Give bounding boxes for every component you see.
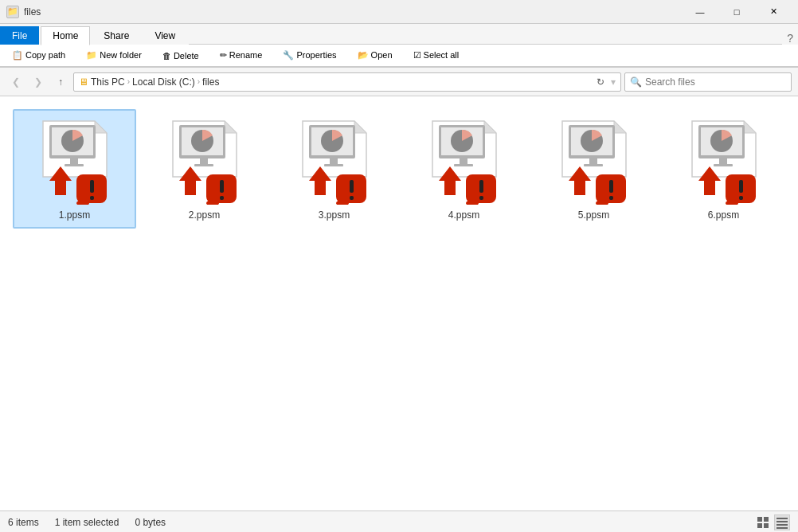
svg-rect-79: [776, 527, 788, 529]
svg-rect-75: [764, 523, 769, 528]
ppsm-icon: [287, 117, 382, 205]
details-view[interactable]: [774, 514, 790, 530]
ppsm-icon: [157, 117, 252, 205]
svg-marker-13: [225, 121, 237, 133]
ribbon-select-all[interactable]: ☑ Select all: [408, 48, 465, 63]
file-name: 4.ppsm: [448, 209, 479, 221]
breadcrumb-pc: This PC: [91, 76, 125, 88]
forward-button[interactable]: ❯: [29, 72, 48, 92]
breadcrumb-drive: Local Disk (C:): [132, 76, 195, 88]
ribbon-copy-path[interactable]: 📋 Copy path: [6, 48, 71, 63]
ribbon-open[interactable]: 📂 Open: [352, 48, 398, 63]
tab-view[interactable]: View: [143, 26, 187, 45]
tab-file[interactable]: File: [0, 26, 39, 45]
svg-rect-4: [70, 158, 78, 165]
tab-share[interactable]: Share: [92, 26, 141, 45]
refresh-button[interactable]: ↻: [597, 76, 604, 88]
svg-rect-72: [757, 517, 762, 522]
ppsm-icon: [676, 117, 772, 205]
svg-rect-76: [776, 518, 788, 519]
address-bar[interactable]: 🖥 This PC › Local Disk (C:) › files ↻ ▾: [73, 72, 621, 92]
svg-rect-74: [757, 523, 762, 528]
size-info: 0 bytes: [135, 517, 166, 528]
back-button[interactable]: ❮: [6, 72, 25, 92]
up-button[interactable]: ↑: [51, 72, 70, 92]
file-item[interactable]: 3.ppsm: [272, 109, 396, 229]
search-icon: 🔍: [630, 76, 642, 88]
ribbon: File Home Share View ? 📋 Copy path 📁 New…: [0, 24, 798, 68]
svg-rect-16: [200, 158, 208, 165]
navigation-bar: ❮ ❯ ↑ 🖥 This PC › Local Disk (C:) › file…: [0, 68, 798, 96]
svg-rect-35: [350, 196, 354, 200]
item-count: 6 items: [8, 517, 39, 528]
svg-rect-17: [194, 164, 213, 166]
file-item[interactable]: 6.ppsm: [662, 109, 785, 229]
ribbon-rename[interactable]: ✏ Rename: [214, 48, 268, 63]
svg-rect-46: [479, 180, 483, 193]
svg-rect-23: [220, 196, 224, 200]
file-item[interactable]: 4.ppsm: [402, 109, 526, 229]
minimize-button[interactable]: —: [682, 0, 718, 24]
svg-rect-73: [764, 517, 769, 522]
file-name: 6.ppsm: [708, 209, 739, 221]
svg-rect-47: [479, 196, 483, 200]
search-input[interactable]: [645, 76, 786, 88]
maximize-button[interactable]: □: [718, 0, 755, 24]
file-item[interactable]: 2.ppsm: [143, 109, 266, 229]
status-bar: 6 items 1 item selected 0 bytes: [0, 510, 798, 532]
title-bar: 📁 files — □ ✕: [0, 0, 798, 24]
svg-rect-11: [90, 196, 94, 200]
svg-marker-25: [354, 121, 366, 133]
large-icons-view[interactable]: [755, 514, 771, 530]
svg-rect-53: [584, 164, 603, 166]
search-bar[interactable]: 🔍: [624, 72, 792, 92]
help-button[interactable]: ?: [782, 32, 798, 45]
ppsm-icon: [546, 117, 642, 205]
svg-rect-65: [714, 164, 733, 166]
svg-rect-5: [65, 164, 84, 166]
selected-info: 1 item selected: [55, 517, 119, 528]
ppsm-icon: [27, 117, 123, 205]
pc-icon: 🖥: [79, 76, 88, 88]
ribbon-properties[interactable]: 🔧 Properties: [277, 48, 342, 63]
svg-rect-40: [460, 158, 467, 165]
svg-marker-1: [95, 121, 107, 133]
svg-marker-37: [484, 121, 496, 133]
svg-rect-59: [609, 196, 613, 200]
ribbon-delete[interactable]: 🗑 Delete: [157, 49, 205, 63]
tab-home[interactable]: Home: [41, 26, 90, 45]
svg-rect-58: [609, 180, 613, 193]
svg-marker-61: [744, 121, 756, 133]
app-icon: 📁: [6, 6, 19, 18]
file-name: 5.ppsm: [578, 209, 609, 221]
file-name: 2.ppsm: [189, 209, 220, 221]
title-text: files: [24, 6, 41, 18]
svg-rect-71: [739, 196, 743, 200]
file-name: 3.ppsm: [319, 209, 350, 221]
svg-rect-64: [719, 158, 727, 165]
svg-rect-34: [350, 180, 354, 193]
svg-rect-78: [776, 524, 788, 526]
ribbon-new-folder[interactable]: 📁 New folder: [80, 48, 147, 63]
ppsm-icon: [417, 117, 512, 205]
file-name: 1.ppsm: [59, 209, 90, 221]
svg-rect-41: [454, 164, 473, 166]
file-item[interactable]: 1.ppsm: [13, 109, 136, 229]
window-controls: — □ ✕: [682, 0, 792, 24]
svg-marker-49: [614, 121, 626, 133]
svg-rect-52: [589, 158, 597, 165]
svg-rect-10: [90, 180, 94, 193]
file-item[interactable]: 5.ppsm: [532, 109, 655, 229]
dropdown-arrow[interactable]: ▾: [611, 76, 616, 88]
svg-rect-29: [324, 164, 343, 166]
breadcrumb: 🖥 This PC › Local Disk (C:) › files: [79, 76, 219, 88]
svg-rect-70: [739, 180, 743, 193]
svg-rect-28: [330, 158, 338, 165]
close-button[interactable]: ✕: [755, 0, 792, 24]
svg-rect-77: [776, 521, 788, 522]
breadcrumb-folder: files: [202, 76, 219, 88]
svg-rect-22: [220, 180, 224, 193]
file-grid: 1.ppsm: [0, 96, 798, 510]
